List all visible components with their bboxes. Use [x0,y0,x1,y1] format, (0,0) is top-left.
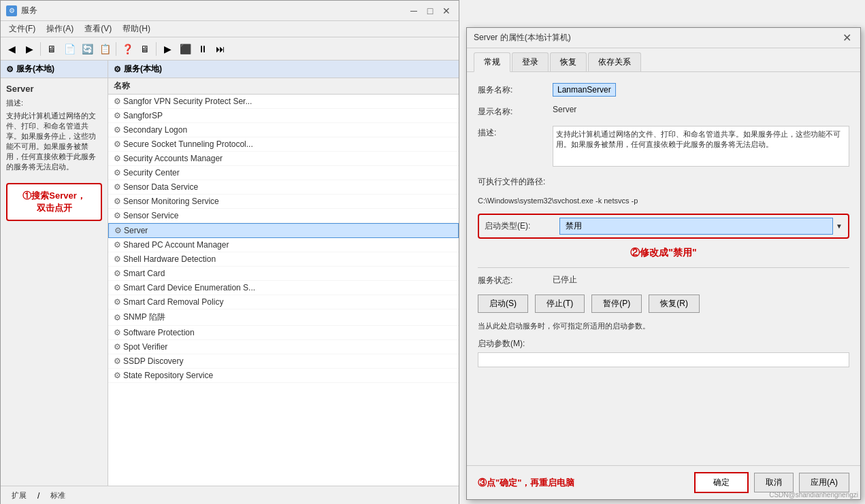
main-content: ⚙ 服务(本地) Server 描述: 支持此计算机通过网络的文件、打印、和命名… [1,61,459,486]
dropdown-arrow-icon[interactable]: ▼ [836,222,843,230]
service-item[interactable]: ⚙ SSDP Discovery [108,354,459,369]
services-list[interactable]: ⚙ Sangfor VPN Security Protect Ser... ⚙ … [108,95,459,486]
annotation-1-text-line2: 双击点开 [13,202,95,214]
service-item[interactable]: ⚙ Smart Card [108,267,459,281]
service-item[interactable]: ⚙ Sensor Service [108,209,459,223]
resume-button[interactable]: 恢复(R) [649,295,700,313]
tab-general[interactable]: 常规 [474,52,510,72]
footer-buttons: 确定 取消 应用(A) [694,472,849,493]
toolbar-sep-1 [40,42,41,56]
dialog-title: Server 的属性(本地计算机) [474,32,571,44]
service-name: SangforSP [123,111,163,120]
pause-service-btn[interactable]: ⏸ [195,41,211,57]
service-item[interactable]: ⚙ Shell Hardware Detection [108,252,459,267]
toolbar-btn-6[interactable]: 🖥 [137,41,153,57]
service-item[interactable]: ⚙ Security Center [108,166,459,180]
tab-dependencies[interactable]: 依存关系 [588,52,641,71]
service-gear-icon: ⚙ [114,240,123,250]
service-gear-icon: ⚙ [114,211,123,220]
service-item[interactable]: ⚙ SangforSP [108,109,459,123]
toolbar-sep-3 [156,42,157,56]
service-item[interactable]: ⚙ Secondary Logon [108,123,459,137]
left-panel-desc: Server 描述: 支持此计算机通过网络的文件、打印、和命名管道共享。如果服务… [1,78,108,178]
service-status-row: 服务状态: 已停止 [478,273,849,286]
service-item-server[interactable]: ⚙ Server [108,223,459,238]
service-gear-icon: ⚙ [114,97,123,106]
menu-help[interactable]: 帮助(H) [117,22,156,36]
service-gear-icon: ⚙ [114,313,123,322]
service-name: Smart Card Removal Policy [123,297,223,307]
service-status-value: 已停止 [553,274,849,286]
middle-header: ⚙ 服务(本地) [108,61,459,78]
service-gear-icon: ⚙ [114,254,123,264]
service-gear-icon: ⚙ [114,342,123,352]
desc-textarea[interactable] [553,126,849,167]
service-item[interactable]: ⚙ Sensor Data Service [108,180,459,195]
service-item[interactable]: ⚙ Sensor Monitoring Service [108,195,459,209]
stop-button[interactable]: 停止(T) [535,295,585,313]
service-item[interactable]: ⚙ Sangfor VPN Security Protect Ser... [108,95,459,109]
menu-action[interactable]: 操作(A) [41,22,79,36]
menu-file[interactable]: 文件(F) [3,22,41,36]
display-name-row: 显示名称: Server [478,105,849,118]
pause-button[interactable]: 暂停(P) [591,295,642,313]
title-bar: ⚙ 服务 ─ □ ✕ [1,1,459,21]
service-item[interactable]: ⚙ Security Accounts Manager [108,152,459,166]
left-panel-header: ⚙ 服务(本地) [1,61,108,78]
toolbar-btn-4[interactable]: 📋 [97,41,113,57]
service-item[interactable]: ⚙ Smart Card Removal Policy [108,295,459,309]
service-item[interactable]: ⚙ State Repository Service [108,369,459,383]
back-button[interactable]: ◀ [3,41,20,57]
dialog-close-button[interactable]: ✕ [840,31,853,45]
service-gear-icon: ⚙ [114,328,123,337]
toolbar-btn-3[interactable]: 🔄 [79,41,95,57]
service-gear-icon: ⚙ [114,226,124,235]
middle-header-icon: ⚙ [114,65,121,74]
close-button[interactable]: ✕ [440,4,453,18]
title-controls: ─ □ ✕ [407,4,453,18]
display-name-label: 显示名称: [478,105,553,118]
toolbar-btn-5[interactable]: ❓ [119,41,135,57]
desc-row: 描述: [478,126,849,167]
apply-button[interactable]: 应用(A) [799,473,849,492]
service-gear-icon: ⚙ [114,139,123,149]
toolbar-btn-1[interactable]: 🖥 [44,41,60,57]
service-name-value: LanmanServer [553,83,616,97]
desc-label: 描述: [6,98,102,108]
maximize-button[interactable]: □ [423,4,437,18]
status-tab-standard[interactable]: 标准 [45,489,71,502]
start-service-btn[interactable]: ▶ [159,41,176,57]
restart-service-btn[interactable]: ⏭ [212,41,229,57]
server-service-name: Server [6,84,102,94]
status-bar: 扩展 / 标准 [1,486,459,504]
service-gear-icon: ⚙ [114,168,123,178]
status-tab-expand[interactable]: 扩展 [6,489,32,502]
service-name: Software Protection [123,328,195,337]
stop-service-btn[interactable]: ⬛ [177,41,193,57]
service-item[interactable]: ⚙ Spot Verifier [108,340,459,354]
startup-params-input[interactable] [478,352,849,367]
annotation-2: ②修改成"禁用" [478,247,849,259]
service-name: Smart Card Device Enumeration S... [123,283,255,292]
window-title: 服务 [21,5,37,16]
service-gear-icon: ⚙ [114,297,123,307]
tab-logon[interactable]: 登录 [512,52,549,71]
service-name: Smart Card [123,269,165,278]
service-item[interactable]: ⚙ Software Protection [108,326,459,340]
service-item[interactable]: ⚙ Shared PC Account Manager [108,238,459,252]
service-item[interactable]: ⚙ SNMP 陷阱 [108,309,459,326]
service-item[interactable]: ⚙ Smart Card Device Enumeration S... [108,281,459,295]
service-item[interactable]: ⚙ Secure Socket Tunneling Protocol... [108,137,459,152]
title-bar-left: ⚙ 服务 [6,5,37,16]
service-gear-icon: ⚙ [114,283,123,292]
menu-view[interactable]: 查看(V) [79,22,117,36]
start-button[interactable]: 启动(S) [478,295,528,313]
forward-button[interactable]: ▶ [21,41,37,57]
cancel-button[interactable]: 取消 [754,473,794,492]
service-name: SSDP Discovery [123,356,183,366]
tab-recovery[interactable]: 恢复 [550,52,587,71]
minimize-button[interactable]: ─ [407,4,421,18]
ok-button[interactable]: 确定 [694,472,749,493]
annotation-1-box: ①搜索Server， 双击点开 [6,183,102,221]
toolbar-btn-2[interactable]: 📄 [61,41,78,57]
